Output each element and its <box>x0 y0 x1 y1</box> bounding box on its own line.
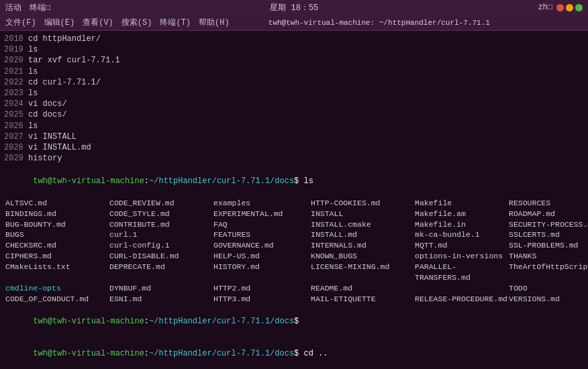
ls-item: INSTALL.cmake <box>311 219 415 230</box>
ls-item: curl-config.1 <box>109 240 213 251</box>
ls-item: KNOWN_BUGS <box>311 251 415 262</box>
ls-item: ESNI.md <box>109 294 213 305</box>
terminal-window: 文件(F) 编辑(E) 查看(V) 搜索(S) 终端(T) 帮助(H) twh@… <box>0 15 588 369</box>
close-button[interactable] <box>556 4 564 11</box>
ls-item: EXPERIMENTAL.md <box>213 209 311 219</box>
ls-item: examples <box>213 198 311 209</box>
ls-item: CONTRIBUTE.md <box>109 219 213 230</box>
maximize-button[interactable] <box>575 4 583 11</box>
datetime: 星期 18：55 <box>270 3 318 13</box>
ls-item: INTERNALS.md <box>311 240 415 251</box>
ls-item: HTTP-COOKIES.md <box>311 198 415 209</box>
ls-item: GOVERNANCE.md <box>213 240 311 251</box>
ls-item: options-in-versions <box>415 251 509 262</box>
ls-item: DEPRECATE.md <box>109 262 213 283</box>
ls-item: PARALLEL-TRANSFERS.md <box>415 262 509 283</box>
terminal-app-label[interactable]: 终端□ <box>30 2 50 13</box>
ls-item: LICENSE-MIXING.md <box>311 262 415 283</box>
ls-item: HELP-US.md <box>213 251 311 262</box>
ls-item: README.md <box>311 283 415 294</box>
ls-item: ROADMAP.md <box>509 209 588 219</box>
activities-label[interactable]: 活动 <box>5 2 21 13</box>
ls-item: RELEASE-PROCEDURE.md <box>415 294 509 305</box>
ls-item: CODE_OF_CONDUCT.md <box>5 294 109 305</box>
ls-item: mk-ca-bundle.1 <box>415 229 509 240</box>
ls-item: CODE_REVIEW.md <box>109 198 213 209</box>
menu-search[interactable]: 搜索(S) <box>121 17 152 28</box>
ls-item: curl.1 <box>109 229 213 240</box>
ls-item: THANKS <box>509 251 588 262</box>
ls-item: MQTT.md <box>415 240 509 251</box>
menu-view[interactable]: 查看(V) <box>83 17 113 28</box>
ls-item: CURL-DISABLE.md <box>109 251 213 262</box>
ls-item: DYNBUF.md <box>109 283 213 294</box>
history-lines: 2018cd httpHandler/ 2019ls 2020tar xvf c… <box>4 34 584 164</box>
ls-item: CODE_STYLE.md <box>109 209 213 219</box>
ls-item: RESOURCES <box>509 198 588 209</box>
ls-item: Makefile.am <box>415 209 509 219</box>
ls-item: CIPHERS.md <box>5 251 109 262</box>
ls-item: CHECKSRC.md <box>5 240 109 251</box>
ls-item: SSL-PROBLEMS.md <box>509 240 588 251</box>
ls-item: MAIL-ETIQUETTE <box>311 294 415 305</box>
prompt-line-2: twh@twh-virtual-machine:~/httpHandler/cu… <box>4 305 584 337</box>
ls-item: ALTSVC.md <box>5 198 109 209</box>
prompt-line-3: twh@twh-virtual-machine:~/httpHandler/cu… <box>4 337 584 369</box>
menu-edit[interactable]: 编辑(E) <box>44 17 75 28</box>
ls-item: HTTP2.md <box>213 283 311 294</box>
ls-item <box>415 283 509 294</box>
traffic-lights <box>556 4 583 11</box>
ls-item: Makefile <box>415 198 509 209</box>
language-indicator: zh□ <box>538 3 552 12</box>
menu-help[interactable]: 帮助(H) <box>199 17 230 28</box>
ls-item: CMakeLists.txt <box>5 262 109 283</box>
terminal-title: twh@twh-virtual-machine: ~/httpHandler/c… <box>230 19 529 27</box>
ls-item: FAQ <box>213 219 311 230</box>
minimize-button[interactable] <box>566 4 573 11</box>
ls-item: HTTP3.md <box>213 294 311 305</box>
system-bar-right: zh□ <box>538 3 583 12</box>
ls-item: FEATURES <box>213 229 311 240</box>
ls-item: INSTALL.md <box>311 229 415 240</box>
terminal-menu: 文件(F) 编辑(E) 查看(V) 搜索(S) 终端(T) 帮助(H) <box>5 17 230 28</box>
ls-item: BUG-BOUNTY.md <box>5 219 109 230</box>
menu-terminal[interactable]: 终端(T) <box>160 17 191 28</box>
system-bar-center: 星期 18：55 <box>50 2 538 13</box>
ls-item: SECURITY-PROCESS.md <box>509 219 588 230</box>
prompt-line-1: twh@twh-virtual-machine:~/httpHandler/cu… <box>4 165 584 198</box>
ls-item: VERSIONS.md <box>509 294 588 305</box>
ls-item: HISTORY.md <box>213 262 311 283</box>
system-bar: 活动 终端□ 星期 18：55 zh□ <box>0 0 588 15</box>
terminal-content[interactable]: 2018cd httpHandler/ 2019ls 2020tar xvf c… <box>0 31 588 369</box>
terminal-titlebar: 文件(F) 编辑(E) 查看(V) 搜索(S) 终端(T) 帮助(H) twh@… <box>0 15 588 31</box>
ls-docs-output: ALTSVC.md CODE_REVIEW.md examples HTTP-C… <box>4 198 584 305</box>
ls-item: BUGS <box>5 229 109 240</box>
system-bar-left: 活动 终端□ <box>5 2 50 13</box>
ls-item: SSLCERTS.md <box>509 229 588 240</box>
ls-item: BINDINGS.md <box>5 209 109 219</box>
ls-item: INSTALL <box>311 209 415 219</box>
menu-file[interactable]: 文件(F) <box>5 17 36 28</box>
ls-item: TODO <box>509 283 588 294</box>
ls-item-cyan: cmdline-opts <box>5 283 109 294</box>
ls-item: TheArtOfHttpScripting <box>509 262 588 283</box>
ls-item: Makefile.in <box>415 219 509 230</box>
